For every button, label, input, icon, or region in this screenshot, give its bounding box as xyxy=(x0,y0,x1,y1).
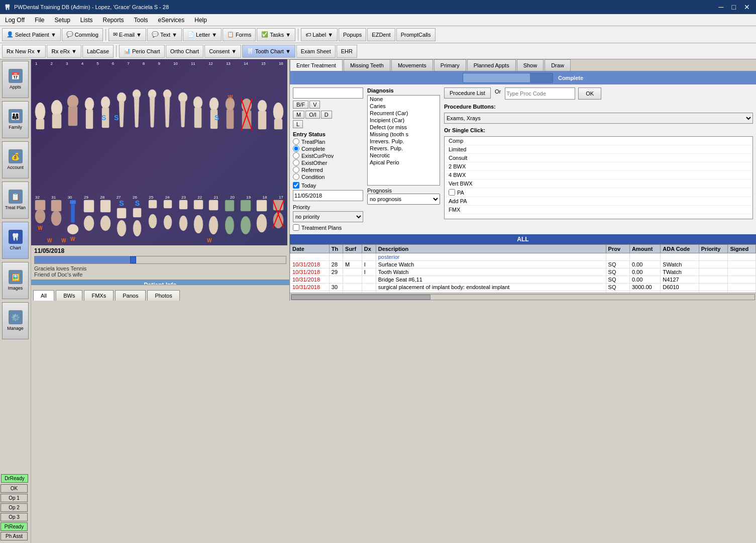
tooth-32-svg[interactable] xyxy=(34,199,47,224)
diag-recurrent[interactable]: Recurrent (Car) xyxy=(368,110,440,117)
proc-btn-vertbwx[interactable]: Vert BWX xyxy=(445,179,752,188)
date-slider[interactable] xyxy=(34,256,286,264)
tooth-chart-button[interactable]: 🦷 Tooth Chart ▼ xyxy=(242,45,295,58)
tab-fmxs[interactable]: FMXs xyxy=(84,290,114,301)
proc-btn-fmx[interactable]: FMX xyxy=(445,206,752,214)
select-patient-button[interactable]: 👤 Select Patient ▼ xyxy=(2,28,61,41)
menu-tools[interactable]: Tools xyxy=(129,16,153,25)
letter-button[interactable]: 📄 Letter ▼ xyxy=(183,28,222,41)
proc-btn-limited[interactable]: Limited xyxy=(445,145,752,154)
tooth-22-svg[interactable] xyxy=(192,199,204,234)
tab-draw[interactable]: Draw xyxy=(545,59,571,71)
tab-primary[interactable]: Primary xyxy=(434,59,466,71)
tooth-23-svg[interactable] xyxy=(178,199,189,232)
tooth-2-svg[interactable] xyxy=(50,99,63,132)
tooth-30-svg[interactable] xyxy=(66,199,79,235)
erx-button[interactable]: Rx eRx ▼ xyxy=(47,45,81,58)
diagnosis-list[interactable]: None Caries Recurrent (Car) Incipient (C… xyxy=(367,95,440,186)
tooth-19-svg[interactable] xyxy=(239,199,252,235)
proc-btn-pa[interactable]: PA xyxy=(445,188,752,197)
promptcalls-button[interactable]: PromptCalls xyxy=(396,28,436,41)
text-button[interactable]: 💬 Text ▼ xyxy=(147,28,182,41)
op3-button[interactable]: Op 3 xyxy=(1,513,28,521)
new-rx-button[interactable]: Rx New Rx ▼ xyxy=(2,45,46,58)
tab-photos[interactable]: Photos xyxy=(147,290,179,301)
commlog-button[interactable]: 💬 Commlog xyxy=(62,28,103,41)
d-button[interactable]: D xyxy=(321,111,332,119)
scroll-thumb[interactable] xyxy=(291,295,430,300)
tooth-31-svg[interactable] xyxy=(50,199,63,227)
tooth-21-svg[interactable] xyxy=(207,199,220,235)
sidebar-item-appts[interactable]: 📅 Appts xyxy=(2,61,29,98)
tooth-7-svg[interactable] xyxy=(132,89,142,132)
tooth-16-svg[interactable] xyxy=(272,102,285,132)
existcurprov-radio[interactable] xyxy=(293,152,299,159)
bf-button[interactable]: B/F xyxy=(293,101,308,109)
tooth-11-svg[interactable] xyxy=(192,96,204,132)
tab-panos[interactable]: Panos xyxy=(115,290,146,301)
proc-btn-comp[interactable]: Comp xyxy=(445,137,752,145)
complete-radio[interactable] xyxy=(293,145,299,152)
slider-handle[interactable] xyxy=(130,256,136,263)
ezdent-button[interactable]: EZDent xyxy=(367,28,395,41)
tab-movements[interactable]: Movements xyxy=(391,59,433,71)
diag-apical[interactable]: Apical Perio xyxy=(368,159,440,166)
close-button[interactable]: ✕ xyxy=(742,3,752,11)
ptready-button[interactable]: PtReady xyxy=(1,522,28,531)
tooth-1-svg[interactable] xyxy=(34,102,47,132)
tab-bws[interactable]: BWs xyxy=(56,290,82,301)
menu-logoff[interactable]: Log Off xyxy=(0,16,30,25)
tooth-14-svg[interactable] xyxy=(240,98,253,132)
menu-lists[interactable]: Lists xyxy=(75,16,98,25)
diag-missing[interactable]: Missing (tooth s xyxy=(368,131,440,138)
tooth-26-svg[interactable] xyxy=(132,207,143,237)
today-checkbox[interactable] xyxy=(293,182,299,189)
tab-all[interactable]: All xyxy=(33,290,54,301)
exam-sheet-button[interactable]: Exam Sheet xyxy=(296,45,336,58)
sidebar-item-account[interactable]: 💰 Account xyxy=(2,141,29,178)
tooth-25-svg[interactable] xyxy=(147,199,158,229)
sidebar-item-treatplan[interactable]: 📋 Treat Plan xyxy=(2,182,29,219)
table-row[interactable]: 10/31/2018 30 surgical placement of impl… xyxy=(290,284,756,291)
prognosis-select[interactable]: no prognosis xyxy=(367,194,440,205)
menu-file[interactable]: File xyxy=(30,16,49,25)
proc-code-input[interactable] xyxy=(505,87,575,100)
menu-help[interactable]: Help xyxy=(189,16,212,25)
tooth-4-svg[interactable] xyxy=(83,97,95,132)
pa-checkbox[interactable] xyxy=(449,189,455,196)
referred-radio[interactable] xyxy=(293,166,299,173)
menu-reports[interactable]: Reports xyxy=(98,16,129,25)
condition-radio[interactable] xyxy=(293,173,299,180)
tooth-chart-canvas[interactable]: 1 2 3 4 5 6 7 8 9 10 11 12 13 14 xyxy=(31,59,287,245)
tooth-6-svg[interactable] xyxy=(116,92,127,132)
tooth-15-svg[interactable] xyxy=(256,99,268,132)
perio-chart-button[interactable]: 📊 Perio Chart xyxy=(119,45,165,58)
table-row[interactable]: posterior xyxy=(290,253,756,261)
existother-radio[interactable] xyxy=(293,159,299,166)
tooth-29-svg[interactable] xyxy=(82,199,95,232)
op2-button[interactable]: Op 2 xyxy=(1,503,28,512)
tooth-28-svg[interactable] xyxy=(99,199,112,232)
tooth-8-svg[interactable] xyxy=(147,89,157,132)
tooth-27-svg[interactable] xyxy=(116,207,128,237)
sidebar-item-manage[interactable]: ⚙️ Manage xyxy=(2,302,29,339)
diag-defect[interactable]: Defect (or miss xyxy=(368,124,440,131)
diag-necrotic[interactable]: Necrotic xyxy=(368,152,440,159)
tasks-button[interactable]: ✅ Tasks ▼ xyxy=(257,28,295,41)
diag-irrevers[interactable]: Irrevers. Pulp. xyxy=(368,138,440,145)
tooth-9-svg[interactable] xyxy=(162,89,172,132)
tooth-20-svg[interactable] xyxy=(224,199,236,235)
m-button[interactable]: M xyxy=(293,111,304,119)
proc-category-select[interactable]: Quick Buttons Exams, Xrays Perio Restora… xyxy=(444,113,753,124)
horizontal-scrollbar[interactable] xyxy=(290,293,756,301)
treat-plans-checkbox[interactable] xyxy=(293,224,299,231)
table-row[interactable]: 10/31/2018 Bridge Seat #6,11 SQ 0.00 N41… xyxy=(290,276,756,284)
treatment-code-input[interactable] xyxy=(293,87,363,99)
proc-ok-button[interactable]: OK xyxy=(578,87,601,100)
labcase-button[interactable]: LabCase xyxy=(82,45,114,58)
tooth-17-svg[interactable] xyxy=(272,199,285,229)
l-button[interactable]: L xyxy=(293,120,303,128)
popups-button[interactable]: Popups xyxy=(339,28,366,41)
sidebar-item-images[interactable]: 🖼️ Images xyxy=(2,262,29,299)
proc-btn-4bwx[interactable]: 4 BWX xyxy=(445,171,752,179)
